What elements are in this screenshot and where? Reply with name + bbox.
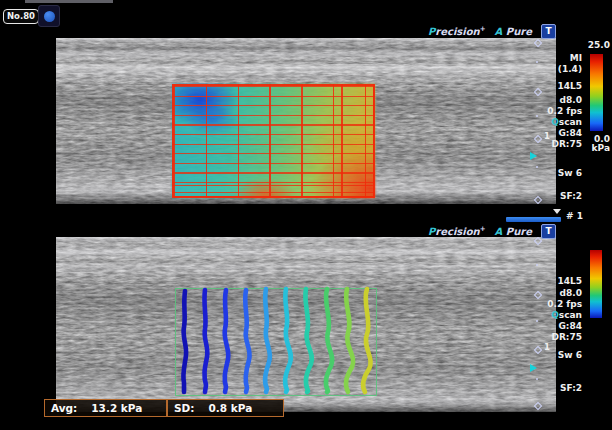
dynamic-range-label: DR:75 — [536, 139, 582, 149]
scale-max-label: 25.0 — [582, 40, 610, 50]
scale-unit-label: kPa — [582, 143, 610, 153]
precision-label: Precision+ — [428, 25, 486, 37]
ultrasound-screen: No.80 1 — [0, 0, 612, 430]
apure-label: A Pure — [495, 26, 532, 37]
avg-value: 13.2 kPa — [91, 402, 142, 414]
blue-circle-icon — [44, 11, 55, 22]
gain-label: G:84 — [536, 321, 582, 331]
transducer-label: 14L5 — [536, 81, 582, 91]
sw-label: Sw 6 — [536, 168, 582, 178]
sf-label: SF:2 — [536, 191, 582, 201]
shearwave-image-panel[interactable]: 1 — [56, 237, 556, 412]
wavefront-line — [363, 289, 371, 392]
framerate-label: 0.2 fps — [536, 106, 582, 116]
qscan-label: Qscan — [536, 310, 582, 320]
mi-value: (1.4) — [536, 64, 582, 74]
mi-label: MI — [536, 53, 582, 63]
depth-marker-dot — [536, 378, 538, 380]
wavefront-line — [285, 289, 291, 392]
depth-label: d8.0 — [536, 95, 582, 105]
measurement-results-bar: Avg: 13.2 kPa SD: 0.8 kPa — [44, 399, 284, 417]
depth-marker-dot — [536, 264, 538, 266]
elastogram-roi[interactable] — [172, 84, 375, 198]
average-stiffness-box[interactable]: Avg: 13.2 kPa — [44, 399, 167, 417]
top-panel-brand-row: Precision+ A Pure T — [376, 23, 556, 39]
framerate-label: 0.2 fps — [536, 299, 582, 309]
depth-label: d8.0 — [536, 288, 582, 298]
focus-arrow-icon — [530, 152, 537, 160]
frame-number-label: # 1 — [566, 211, 583, 221]
wavefront-line — [225, 290, 229, 392]
dynamic-range-label: DR:75 — [536, 332, 582, 342]
gain-label: G:84 — [536, 128, 582, 138]
elastogram-grid-overlay — [172, 84, 375, 198]
standard-deviation-box[interactable]: SD: 0.8 kPa — [167, 399, 284, 417]
avg-label: Avg: — [51, 402, 77, 414]
wavefront-line — [245, 290, 250, 392]
t-mode-button[interactable]: T — [541, 24, 556, 39]
sd-label: SD: — [174, 402, 194, 414]
bottom-panel-brand-row: Precision+ A Pure T — [376, 223, 556, 239]
probe-indicator-button[interactable] — [38, 5, 60, 27]
top-edge-strip — [25, 0, 113, 3]
t-mode-button[interactable]: T — [541, 224, 556, 239]
wavefront-line — [204, 290, 207, 392]
transducer-label: 14L5 — [536, 276, 582, 286]
kpa-colorbar — [590, 54, 603, 131]
wavefront-line — [265, 289, 270, 392]
qscan-label: Qscan — [536, 117, 582, 127]
wavefront-line — [326, 289, 332, 392]
wavefront-line — [183, 291, 186, 392]
sf-label: SF:2 — [536, 383, 582, 393]
wavefront-line — [346, 289, 353, 392]
sw-label: Sw 6 — [536, 350, 582, 360]
precision-label: Precision+ — [428, 225, 486, 237]
exam-number-badge[interactable]: No.80 — [3, 9, 39, 24]
velocity-colorbar — [590, 250, 602, 318]
elastography-image-panel[interactable]: 1 — [56, 38, 556, 204]
focus-arrow-icon — [530, 364, 537, 372]
wavefront-line — [305, 289, 312, 392]
apure-label: A Pure — [495, 226, 532, 237]
sd-value: 0.8 kPa — [208, 402, 252, 414]
shearwave-propagation-lines — [56, 237, 556, 412]
cine-frame-bar[interactable] — [506, 217, 561, 222]
cine-frame-cursor[interactable] — [553, 209, 561, 214]
